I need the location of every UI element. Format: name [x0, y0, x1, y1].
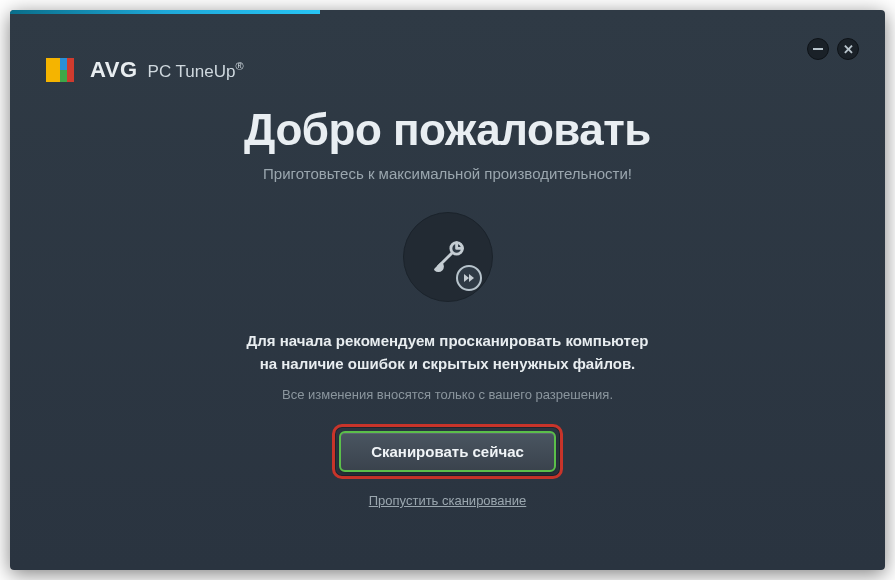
page-subtitle: Приготовьтесь к максимальной производите…	[10, 165, 885, 182]
main-content: Добро пожаловать Приготовьтесь к максима…	[10, 105, 885, 509]
skip-scan-link[interactable]: Пропустить сканирование	[369, 493, 527, 508]
minimize-button[interactable]	[807, 38, 829, 60]
brand-text: AVG PC TuneUp®	[90, 57, 244, 83]
svg-rect-3	[60, 70, 67, 82]
recommend-text: Для начала рекомендуем просканировать ко…	[10, 330, 885, 375]
fast-forward-icon	[456, 265, 482, 291]
avg-logo-icon	[46, 54, 78, 86]
close-icon: ✕	[843, 43, 854, 56]
scan-now-button[interactable]: Сканировать сейчас	[339, 431, 556, 472]
tuneup-icon	[403, 212, 493, 302]
accent-bar	[10, 10, 320, 14]
svg-rect-0	[46, 58, 60, 82]
window-controls: ✕	[807, 38, 859, 60]
brand-product: PC TuneUp®	[148, 60, 244, 82]
page-title: Добро пожаловать	[10, 105, 885, 155]
app-window: ✕ AVG PC TuneUp® Добро пожаловать Пригот…	[10, 10, 885, 570]
close-button[interactable]: ✕	[837, 38, 859, 60]
brand-name: AVG	[90, 57, 138, 83]
svg-rect-2	[67, 58, 74, 82]
header: AVG PC TuneUp®	[46, 54, 244, 86]
disclaimer-text: Все изменения вносятся только с вашего р…	[10, 387, 885, 402]
scan-button-highlight: Сканировать сейчас	[332, 424, 563, 479]
minimize-icon	[813, 48, 823, 50]
